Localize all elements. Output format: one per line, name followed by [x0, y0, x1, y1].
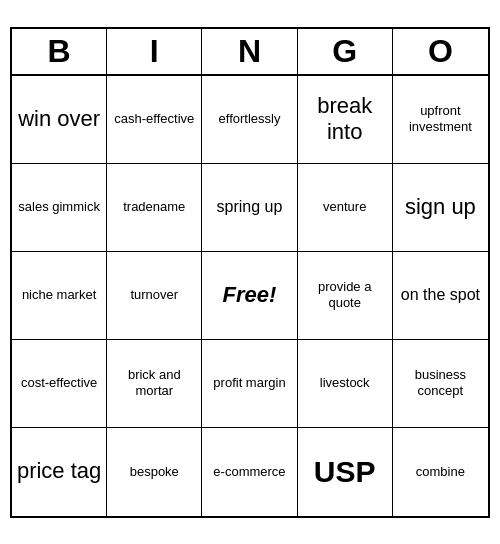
bingo-cell[interactable]: on the spot [393, 252, 488, 340]
cell-text: turnover [130, 287, 178, 303]
cell-text: venture [323, 199, 366, 215]
bingo-grid: win overcash-effectiveeffortlesslybreak … [12, 76, 488, 516]
header-letter: G [298, 29, 393, 74]
bingo-cell[interactable]: provide a quote [298, 252, 393, 340]
cell-text: cost-effective [21, 375, 97, 391]
cell-text: tradename [123, 199, 185, 215]
cell-text: effortlessly [219, 111, 281, 127]
header-letter: N [202, 29, 297, 74]
bingo-cell[interactable]: cost-effective [12, 340, 107, 428]
header-letter: I [107, 29, 202, 74]
cell-text: sales gimmick [18, 199, 100, 215]
cell-text: cash-effective [114, 111, 194, 127]
bingo-cell[interactable]: brick and mortar [107, 340, 202, 428]
cell-text: provide a quote [302, 279, 388, 310]
bingo-cell[interactable]: USP [298, 428, 393, 516]
bingo-cell[interactable]: Free! [202, 252, 297, 340]
cell-text: brick and mortar [111, 367, 197, 398]
cell-text: price tag [17, 458, 101, 484]
bingo-cell[interactable]: tradename [107, 164, 202, 252]
cell-text: bespoke [130, 464, 179, 480]
bingo-cell[interactable]: profit margin [202, 340, 297, 428]
cell-text: break into [302, 93, 388, 146]
bingo-header: BINGO [12, 29, 488, 76]
cell-text: profit margin [213, 375, 285, 391]
cell-text: e-commerce [213, 464, 285, 480]
cell-text: win over [18, 106, 100, 132]
bingo-cell[interactable]: upfront investment [393, 76, 488, 164]
bingo-cell[interactable]: niche market [12, 252, 107, 340]
cell-text: combine [416, 464, 465, 480]
header-letter: O [393, 29, 488, 74]
cell-text: livestock [320, 375, 370, 391]
bingo-cell[interactable]: venture [298, 164, 393, 252]
cell-text: business concept [397, 367, 484, 398]
bingo-cell[interactable]: sign up [393, 164, 488, 252]
bingo-cell[interactable]: combine [393, 428, 488, 516]
cell-text: spring up [217, 197, 283, 216]
bingo-cell[interactable]: price tag [12, 428, 107, 516]
cell-text: USP [314, 454, 376, 490]
cell-text: sign up [405, 194, 476, 220]
bingo-cell[interactable]: livestock [298, 340, 393, 428]
bingo-cell[interactable]: bespoke [107, 428, 202, 516]
cell-text: Free! [223, 282, 277, 308]
bingo-cell[interactable]: business concept [393, 340, 488, 428]
bingo-cell[interactable]: effortlessly [202, 76, 297, 164]
cell-text: niche market [22, 287, 96, 303]
bingo-cell[interactable]: break into [298, 76, 393, 164]
cell-text: on the spot [401, 285, 480, 304]
header-letter: B [12, 29, 107, 74]
bingo-card: BINGO win overcash-effectiveeffortlessly… [10, 27, 490, 518]
bingo-cell[interactable]: sales gimmick [12, 164, 107, 252]
bingo-cell[interactable]: spring up [202, 164, 297, 252]
cell-text: upfront investment [397, 103, 484, 134]
bingo-cell[interactable]: cash-effective [107, 76, 202, 164]
bingo-cell[interactable]: e-commerce [202, 428, 297, 516]
bingo-cell[interactable]: win over [12, 76, 107, 164]
bingo-cell[interactable]: turnover [107, 252, 202, 340]
